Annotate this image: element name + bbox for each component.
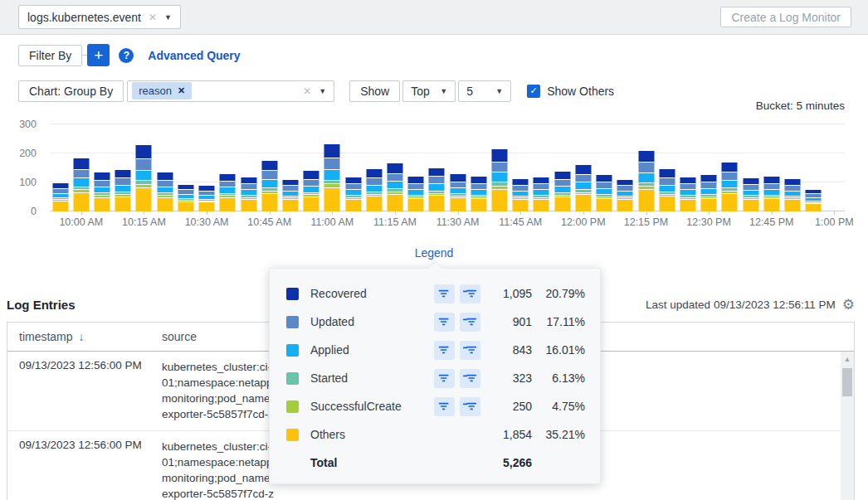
bar-segment-recovered <box>784 179 800 186</box>
bar-10:20 AM[interactable] <box>157 172 173 211</box>
help-icon[interactable]: ? <box>119 48 134 63</box>
filter-exclude-button[interactable] <box>460 284 480 303</box>
filter-include-button[interactable] <box>434 397 455 416</box>
filter-exclude-button[interactable] <box>460 369 480 388</box>
bar-segment-recovered <box>52 183 68 189</box>
bar-11:50 AM[interactable] <box>534 177 549 211</box>
filter-include-button[interactable] <box>434 313 455 332</box>
bar-segment-others <box>115 197 131 212</box>
filter-exclude-button[interactable] <box>460 313 480 332</box>
gear-icon[interactable]: ⚙ <box>842 298 855 312</box>
bar-10:05 AM[interactable] <box>95 172 110 211</box>
count-select-value: 5 <box>466 85 473 98</box>
bar-segment-recovered <box>199 186 215 192</box>
add-filter-button[interactable]: + <box>87 44 110 66</box>
filter-by-button[interactable]: Filter By <box>18 45 82 66</box>
bar-10:40 AM[interactable] <box>241 177 256 211</box>
bar-10:30 AM[interactable] <box>199 186 215 211</box>
count-select[interactable]: 5 ▼ <box>458 80 511 102</box>
column-header-source[interactable]: source <box>162 330 197 343</box>
table-scrollbar[interactable]: ▲ <box>841 352 854 500</box>
bar-segment-updated <box>366 178 382 186</box>
filter-include-button[interactable] <box>434 284 455 303</box>
group-by-tag[interactable]: reason ✕ <box>132 82 192 100</box>
bar-segment-others <box>743 200 758 211</box>
filter-include-button[interactable] <box>434 341 455 360</box>
bar-segment-updated <box>554 180 570 187</box>
chevron-down-icon[interactable]: ▼ <box>164 13 172 22</box>
bar-12:55 PM[interactable] <box>806 190 822 211</box>
bar-12:35 PM[interactable] <box>722 163 738 211</box>
legend-link-row: Legend <box>0 246 868 260</box>
bar-12:00 PM[interactable] <box>575 165 591 211</box>
top-select[interactable]: Top ▼ <box>402 80 456 102</box>
log-entries-title: Log Entries <box>7 298 76 312</box>
x-axis-label-10:15 AM: 10:15 AM <box>122 216 166 228</box>
bar-segment-recovered <box>763 177 779 184</box>
bar-segment-others <box>513 200 529 211</box>
show-others-checkbox[interactable]: ✓ Show Others <box>527 85 614 98</box>
bar-10:50 AM[interactable] <box>282 180 298 211</box>
bar-11:00 AM[interactable] <box>324 144 340 211</box>
bar-9:55 AM[interactable] <box>52 183 68 211</box>
bar-12:45 PM[interactable] <box>763 177 779 211</box>
scrollbar-thumb[interactable] <box>842 368 852 396</box>
bar-11:35 AM[interactable] <box>471 177 486 211</box>
x-axis-label-12:15 PM: 12:15 PM <box>624 216 669 228</box>
bar-12:25 PM[interactable] <box>680 177 695 211</box>
chevron-down-icon[interactable]: ▼ <box>319 87 326 95</box>
bar-11:10 AM[interactable] <box>366 169 382 211</box>
bar-12:05 PM[interactable] <box>597 175 612 211</box>
legend-series-name: SuccessfulCreate <box>310 400 434 413</box>
bar-10:35 AM[interactable] <box>220 174 236 211</box>
bar-11:20 AM[interactable] <box>408 177 424 211</box>
legend-series-count: 901 <box>484 315 532 328</box>
checkbox-check-icon[interactable]: ✓ <box>527 85 540 98</box>
bar-10:15 AM[interactable] <box>136 145 152 211</box>
bar-segment-recovered <box>534 177 549 185</box>
x-axis-label-12:45 PM: 12:45 PM <box>749 216 794 228</box>
bar-12:20 PM[interactable] <box>659 169 675 211</box>
clear-log-source-icon[interactable]: ✕ <box>149 12 157 23</box>
filter-exclude-button[interactable] <box>460 341 480 360</box>
bar-segment-updated <box>429 177 445 184</box>
bar-segment-others <box>784 200 800 211</box>
bar-segment-recovered <box>241 177 256 184</box>
bar-11:15 AM[interactable] <box>387 163 402 211</box>
filter-exclude-button[interactable] <box>460 397 480 416</box>
bar-10:10 AM[interactable] <box>115 170 131 211</box>
log-source-select[interactable]: logs.kubernetes.event ✕ ▼ <box>18 5 181 29</box>
bar-11:05 AM[interactable] <box>345 177 361 211</box>
bar-10:45 AM[interactable] <box>261 161 277 211</box>
bar-11:25 AM[interactable] <box>429 168 445 211</box>
bar-12:40 PM[interactable] <box>743 178 758 211</box>
bar-segment-applied <box>638 173 654 183</box>
scrollbar-up-icon[interactable]: ▲ <box>841 352 854 363</box>
advanced-query-link[interactable]: Advanced Query <box>148 49 240 62</box>
bar-11:45 AM[interactable] <box>513 179 529 211</box>
legend-series-pct: 6.13% <box>532 371 585 385</box>
remove-tag-icon[interactable]: ✕ <box>178 85 185 96</box>
legend-toggle-link[interactable]: Legend <box>415 246 454 260</box>
group-by-combobox[interactable]: reason ✕ ✕ ▼ <box>127 80 334 102</box>
bar-10:25 AM[interactable] <box>178 185 193 211</box>
bar-11:30 AM[interactable] <box>450 174 466 211</box>
sort-desc-icon[interactable]: ↓ <box>79 330 85 343</box>
create-log-monitor-button[interactable]: Create a Log Monitor <box>720 7 851 27</box>
column-header-timestamp[interactable]: timestamp <box>19 330 73 343</box>
bar-12:50 PM[interactable] <box>784 179 800 211</box>
bar-10:55 AM[interactable] <box>304 171 319 211</box>
log-analytics-screen: logs.kubernetes.event ✕ ▼ Create a Log M… <box>0 0 868 500</box>
legend-series-count: 250 <box>484 400 532 413</box>
clear-combobox-icon[interactable]: ✕ <box>303 85 311 97</box>
bar-segment-others <box>157 198 173 211</box>
top-select-value: Top <box>411 85 430 98</box>
bar-11:40 AM[interactable] <box>492 149 508 211</box>
filter-include-button[interactable] <box>434 369 455 388</box>
bar-11:55 AM[interactable] <box>554 172 570 211</box>
bar-12:30 PM[interactable] <box>701 175 717 211</box>
bar-12:15 PM[interactable] <box>638 151 654 211</box>
bar-12:10 PM[interactable] <box>617 180 633 211</box>
legend-row-others: Others1,85435.21% <box>286 420 585 449</box>
bar-10:00 AM[interactable] <box>73 158 89 211</box>
